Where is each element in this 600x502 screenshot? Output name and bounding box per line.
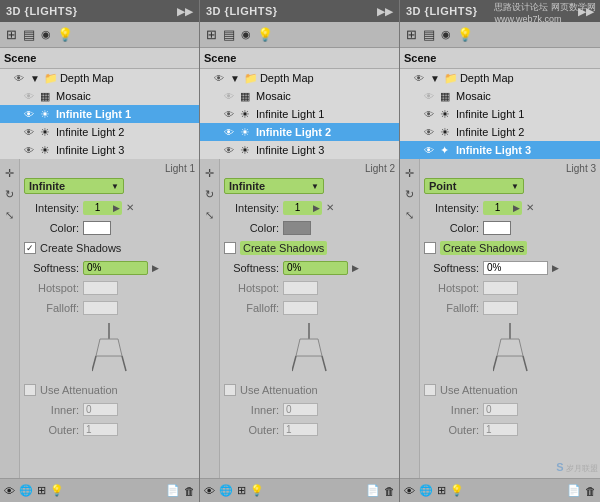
layer-item[interactable]: 👁 ▼ 📁 Depth Map: [400, 69, 600, 87]
layer-item[interactable]: 👁 ☀ Infinite Light 3: [0, 141, 199, 159]
panel-1-expand-icon[interactable]: ▶▶: [177, 6, 193, 17]
toolbar-bulb-icon-3[interactable]: 💡: [457, 27, 473, 42]
layer-item-selected[interactable]: 👁 ✦ Infinite Light 3: [400, 141, 600, 159]
create-shadows-checkbox-2[interactable]: [224, 242, 236, 254]
intensity-input-2[interactable]: [285, 201, 310, 215]
scale-icon-3[interactable]: ⤡: [405, 209, 414, 222]
toolbar-layers-icon[interactable]: ▤: [23, 27, 35, 42]
layer-item[interactable]: 👁 ☀ Infinite Light 2: [0, 123, 199, 141]
bottom-icon-5c[interactable]: 📄: [567, 484, 581, 497]
intensity-input-3[interactable]: [485, 201, 510, 215]
panel-2-expand-icon[interactable]: ▶▶: [377, 6, 393, 17]
rotate-icon[interactable]: ↻: [5, 188, 14, 201]
toolbar-scene-icon-3[interactable]: ◉: [441, 28, 451, 41]
toolbar-scene-icon[interactable]: ◉: [41, 28, 51, 41]
bottom-icon-5b[interactable]: 📄: [366, 484, 380, 497]
bottom-icon-3[interactable]: ⊞: [37, 484, 46, 497]
bottom-icon-3c[interactable]: ⊞: [437, 484, 446, 497]
bottom-icon-4[interactable]: 💡: [50, 484, 64, 497]
bottom-icon-6[interactable]: 🗑: [184, 485, 195, 497]
bottom-icon-2b[interactable]: 🌐: [219, 484, 233, 497]
softness-input-2[interactable]: [283, 261, 348, 275]
eye-icon[interactable]: 👁: [214, 73, 228, 84]
layer-item[interactable]: 👁 ▦ Mosaic: [200, 87, 399, 105]
toolbar-bulb-icon-2[interactable]: 💡: [257, 27, 273, 42]
layer-item[interactable]: 👁 ▼ 📁 Depth Map: [0, 69, 199, 87]
type-dropdown-2[interactable]: Infinite ▼: [224, 178, 324, 194]
bottom-icon-6c[interactable]: 🗑: [585, 485, 596, 497]
toolbar-grid-icon[interactable]: ⊞: [6, 27, 17, 42]
layer-name: Depth Map: [460, 72, 514, 84]
type-dropdown[interactable]: Infinite ▼: [24, 178, 124, 194]
toolbar-layers-icon-3[interactable]: ▤: [423, 27, 435, 42]
increment-icon-2[interactable]: ▶: [313, 203, 320, 213]
increment-icon[interactable]: ▶: [113, 203, 120, 213]
softness-arrow-icon[interactable]: ▶: [152, 263, 159, 273]
eye-icon[interactable]: 👁: [424, 91, 438, 102]
softness-arrow-icon-3[interactable]: ▶: [552, 263, 559, 273]
layer-item[interactable]: 👁 ☀ Infinite Light 3: [200, 141, 399, 159]
scale-icon-2[interactable]: ⤡: [205, 209, 214, 222]
eye-icon[interactable]: 👁: [24, 145, 38, 156]
move-icon-3[interactable]: ✛: [405, 167, 414, 180]
clear-icon-3[interactable]: ✕: [526, 202, 534, 213]
eye-icon[interactable]: 👁: [24, 109, 38, 120]
type-dropdown-3[interactable]: Point ▼: [424, 178, 524, 194]
toolbar-layers-icon-2[interactable]: ▤: [223, 27, 235, 42]
eye-icon[interactable]: 👁: [424, 127, 438, 138]
eye-icon[interactable]: 👁: [224, 127, 238, 138]
bottom-icon-6b[interactable]: 🗑: [384, 485, 395, 497]
panel-1-layer-list: 👁 ▼ 📁 Depth Map 👁 ▦ Mosaic 👁 ☀ Infinite …: [0, 69, 199, 159]
eye-icon[interactable]: 👁: [414, 73, 428, 84]
color-swatch-3[interactable]: [483, 221, 511, 235]
create-shadows-row-2: Create Shadows: [224, 239, 395, 256]
move-icon-2[interactable]: ✛: [205, 167, 214, 180]
bottom-icon-1[interactable]: 👁: [4, 485, 15, 497]
layer-name: Infinite Light 1: [56, 108, 131, 120]
toolbar-bulb-icon[interactable]: 💡: [57, 27, 73, 42]
bottom-icon-4b[interactable]: 💡: [250, 484, 264, 497]
scale-icon[interactable]: ⤡: [5, 209, 14, 222]
softness-arrow-icon-2[interactable]: ▶: [352, 263, 359, 273]
create-shadows-checkbox[interactable]: [24, 242, 36, 254]
eye-icon[interactable]: 👁: [224, 91, 238, 102]
eye-icon[interactable]: 👁: [424, 145, 438, 156]
layer-item-selected[interactable]: 👁 ☀ Infinite Light 1: [0, 105, 199, 123]
eye-icon[interactable]: 👁: [224, 145, 238, 156]
bottom-icon-3b[interactable]: ⊞: [237, 484, 246, 497]
softness-input[interactable]: [83, 261, 148, 275]
layer-item[interactable]: 👁 ▦ Mosaic: [400, 87, 600, 105]
toolbar-grid-icon-2[interactable]: ⊞: [206, 27, 217, 42]
layer-item[interactable]: 👁 ▦ Mosaic: [0, 87, 199, 105]
rotate-icon-3[interactable]: ↻: [405, 188, 414, 201]
layer-item[interactable]: 👁 ☀ Infinite Light 2: [400, 123, 600, 141]
bottom-icon-2c[interactable]: 🌐: [419, 484, 433, 497]
rotate-icon-2[interactable]: ↻: [205, 188, 214, 201]
layer-item[interactable]: 👁 ☀ Infinite Light 1: [400, 105, 600, 123]
increment-icon-3[interactable]: ▶: [513, 203, 520, 213]
eye-icon[interactable]: 👁: [424, 109, 438, 120]
toolbar-grid-icon-3[interactable]: ⊞: [406, 27, 417, 42]
toolbar-scene-icon-2[interactable]: ◉: [241, 28, 251, 41]
bottom-icon-4c[interactable]: 💡: [450, 484, 464, 497]
eye-icon[interactable]: 👁: [14, 73, 28, 84]
bottom-icon-5[interactable]: 📄: [166, 484, 180, 497]
bottom-icon-1c[interactable]: 👁: [404, 485, 415, 497]
create-shadows-checkbox-3[interactable]: [424, 242, 436, 254]
softness-input-3[interactable]: [483, 261, 548, 275]
folder-icon: 📁: [244, 72, 258, 85]
layer-item-selected[interactable]: 👁 ☀ Infinite Light 2: [200, 123, 399, 141]
eye-icon[interactable]: 👁: [24, 91, 38, 102]
clear-icon-2[interactable]: ✕: [326, 202, 334, 213]
bottom-icon-1b[interactable]: 👁: [204, 485, 215, 497]
color-swatch-2[interactable]: [283, 221, 311, 235]
move-icon[interactable]: ✛: [5, 167, 14, 180]
intensity-input[interactable]: [85, 201, 110, 215]
eye-icon[interactable]: 👁: [224, 109, 238, 120]
layer-item[interactable]: 👁 ☀ Infinite Light 1: [200, 105, 399, 123]
color-swatch[interactable]: [83, 221, 111, 235]
clear-icon[interactable]: ✕: [126, 202, 134, 213]
bottom-icon-2[interactable]: 🌐: [19, 484, 33, 497]
layer-item[interactable]: 👁 ▼ 📁 Depth Map: [200, 69, 399, 87]
eye-icon[interactable]: 👁: [24, 127, 38, 138]
